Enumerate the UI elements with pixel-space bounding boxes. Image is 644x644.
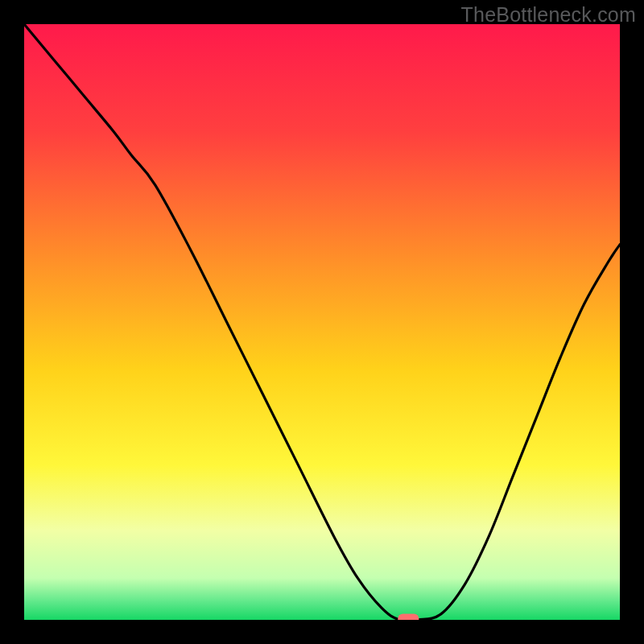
gradient-background [24, 24, 620, 620]
watermark-text: TheBottleneck.com [461, 3, 636, 27]
best-match-marker [398, 614, 419, 621]
chart-container: TheBottleneck.com [0, 0, 644, 644]
plot-area [24, 24, 620, 620]
chart-svg [24, 24, 620, 620]
